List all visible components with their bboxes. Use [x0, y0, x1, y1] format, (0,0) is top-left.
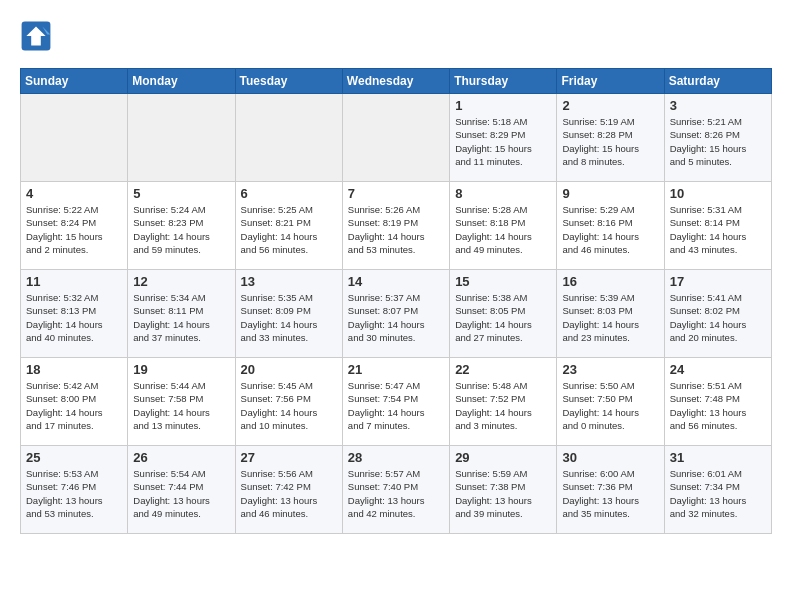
day-info: Sunrise: 5:34 AM Sunset: 8:11 PM Dayligh…	[133, 291, 229, 344]
day-number: 15	[455, 274, 551, 289]
day-info: Sunrise: 5:22 AM Sunset: 8:24 PM Dayligh…	[26, 203, 122, 256]
day-info: Sunrise: 5:32 AM Sunset: 8:13 PM Dayligh…	[26, 291, 122, 344]
calendar-table: SundayMondayTuesdayWednesdayThursdayFrid…	[20, 68, 772, 534]
calendar-cell: 25Sunrise: 5:53 AM Sunset: 7:46 PM Dayli…	[21, 446, 128, 534]
calendar-cell: 10Sunrise: 5:31 AM Sunset: 8:14 PM Dayli…	[664, 182, 771, 270]
page-header	[20, 20, 772, 52]
calendar-cell: 14Sunrise: 5:37 AM Sunset: 8:07 PM Dayli…	[342, 270, 449, 358]
day-info: Sunrise: 5:51 AM Sunset: 7:48 PM Dayligh…	[670, 379, 766, 432]
weekday-header-sunday: Sunday	[21, 69, 128, 94]
weekday-header-monday: Monday	[128, 69, 235, 94]
day-info: Sunrise: 5:29 AM Sunset: 8:16 PM Dayligh…	[562, 203, 658, 256]
logo-icon	[20, 20, 52, 52]
day-info: Sunrise: 5:44 AM Sunset: 7:58 PM Dayligh…	[133, 379, 229, 432]
calendar-cell: 31Sunrise: 6:01 AM Sunset: 7:34 PM Dayli…	[664, 446, 771, 534]
day-number: 16	[562, 274, 658, 289]
weekday-header-row: SundayMondayTuesdayWednesdayThursdayFrid…	[21, 69, 772, 94]
weekday-header-friday: Friday	[557, 69, 664, 94]
weekday-header-wednesday: Wednesday	[342, 69, 449, 94]
day-info: Sunrise: 5:57 AM Sunset: 7:40 PM Dayligh…	[348, 467, 444, 520]
day-info: Sunrise: 5:48 AM Sunset: 7:52 PM Dayligh…	[455, 379, 551, 432]
weekday-header-saturday: Saturday	[664, 69, 771, 94]
calendar-week-5: 25Sunrise: 5:53 AM Sunset: 7:46 PM Dayli…	[21, 446, 772, 534]
day-number: 8	[455, 186, 551, 201]
day-number: 7	[348, 186, 444, 201]
calendar-cell: 12Sunrise: 5:34 AM Sunset: 8:11 PM Dayli…	[128, 270, 235, 358]
weekday-header-thursday: Thursday	[450, 69, 557, 94]
day-info: Sunrise: 5:25 AM Sunset: 8:21 PM Dayligh…	[241, 203, 337, 256]
day-info: Sunrise: 5:31 AM Sunset: 8:14 PM Dayligh…	[670, 203, 766, 256]
day-number: 21	[348, 362, 444, 377]
day-info: Sunrise: 5:59 AM Sunset: 7:38 PM Dayligh…	[455, 467, 551, 520]
day-info: Sunrise: 5:21 AM Sunset: 8:26 PM Dayligh…	[670, 115, 766, 168]
calendar-cell: 17Sunrise: 5:41 AM Sunset: 8:02 PM Dayli…	[664, 270, 771, 358]
calendar-cell: 22Sunrise: 5:48 AM Sunset: 7:52 PM Dayli…	[450, 358, 557, 446]
day-number: 18	[26, 362, 122, 377]
day-info: Sunrise: 5:37 AM Sunset: 8:07 PM Dayligh…	[348, 291, 444, 344]
day-info: Sunrise: 5:26 AM Sunset: 8:19 PM Dayligh…	[348, 203, 444, 256]
day-number: 2	[562, 98, 658, 113]
day-info: Sunrise: 5:24 AM Sunset: 8:23 PM Dayligh…	[133, 203, 229, 256]
calendar-cell: 30Sunrise: 6:00 AM Sunset: 7:36 PM Dayli…	[557, 446, 664, 534]
day-info: Sunrise: 5:45 AM Sunset: 7:56 PM Dayligh…	[241, 379, 337, 432]
day-number: 3	[670, 98, 766, 113]
logo	[20, 20, 58, 52]
calendar-cell	[235, 94, 342, 182]
day-number: 12	[133, 274, 229, 289]
day-info: Sunrise: 5:19 AM Sunset: 8:28 PM Dayligh…	[562, 115, 658, 168]
day-number: 24	[670, 362, 766, 377]
day-number: 25	[26, 450, 122, 465]
day-number: 1	[455, 98, 551, 113]
day-info: Sunrise: 6:01 AM Sunset: 7:34 PM Dayligh…	[670, 467, 766, 520]
day-info: Sunrise: 5:35 AM Sunset: 8:09 PM Dayligh…	[241, 291, 337, 344]
calendar-cell: 23Sunrise: 5:50 AM Sunset: 7:50 PM Dayli…	[557, 358, 664, 446]
calendar-cell: 4Sunrise: 5:22 AM Sunset: 8:24 PM Daylig…	[21, 182, 128, 270]
calendar-cell	[128, 94, 235, 182]
day-info: Sunrise: 6:00 AM Sunset: 7:36 PM Dayligh…	[562, 467, 658, 520]
calendar-cell: 11Sunrise: 5:32 AM Sunset: 8:13 PM Dayli…	[21, 270, 128, 358]
day-number: 29	[455, 450, 551, 465]
day-number: 11	[26, 274, 122, 289]
day-info: Sunrise: 5:50 AM Sunset: 7:50 PM Dayligh…	[562, 379, 658, 432]
calendar-cell: 5Sunrise: 5:24 AM Sunset: 8:23 PM Daylig…	[128, 182, 235, 270]
day-info: Sunrise: 5:38 AM Sunset: 8:05 PM Dayligh…	[455, 291, 551, 344]
day-info: Sunrise: 5:39 AM Sunset: 8:03 PM Dayligh…	[562, 291, 658, 344]
calendar-cell: 3Sunrise: 5:21 AM Sunset: 8:26 PM Daylig…	[664, 94, 771, 182]
calendar-cell: 15Sunrise: 5:38 AM Sunset: 8:05 PM Dayli…	[450, 270, 557, 358]
day-number: 23	[562, 362, 658, 377]
calendar-cell: 8Sunrise: 5:28 AM Sunset: 8:18 PM Daylig…	[450, 182, 557, 270]
calendar-cell: 27Sunrise: 5:56 AM Sunset: 7:42 PM Dayli…	[235, 446, 342, 534]
day-number: 27	[241, 450, 337, 465]
calendar-cell: 21Sunrise: 5:47 AM Sunset: 7:54 PM Dayli…	[342, 358, 449, 446]
day-number: 13	[241, 274, 337, 289]
day-info: Sunrise: 5:18 AM Sunset: 8:29 PM Dayligh…	[455, 115, 551, 168]
calendar-cell: 1Sunrise: 5:18 AM Sunset: 8:29 PM Daylig…	[450, 94, 557, 182]
calendar-cell: 16Sunrise: 5:39 AM Sunset: 8:03 PM Dayli…	[557, 270, 664, 358]
calendar-cell: 6Sunrise: 5:25 AM Sunset: 8:21 PM Daylig…	[235, 182, 342, 270]
day-number: 28	[348, 450, 444, 465]
day-number: 19	[133, 362, 229, 377]
calendar-cell: 7Sunrise: 5:26 AM Sunset: 8:19 PM Daylig…	[342, 182, 449, 270]
day-number: 22	[455, 362, 551, 377]
calendar-cell: 20Sunrise: 5:45 AM Sunset: 7:56 PM Dayli…	[235, 358, 342, 446]
day-number: 14	[348, 274, 444, 289]
day-info: Sunrise: 5:54 AM Sunset: 7:44 PM Dayligh…	[133, 467, 229, 520]
day-info: Sunrise: 5:56 AM Sunset: 7:42 PM Dayligh…	[241, 467, 337, 520]
calendar-week-2: 4Sunrise: 5:22 AM Sunset: 8:24 PM Daylig…	[21, 182, 772, 270]
calendar-week-3: 11Sunrise: 5:32 AM Sunset: 8:13 PM Dayli…	[21, 270, 772, 358]
calendar-cell: 26Sunrise: 5:54 AM Sunset: 7:44 PM Dayli…	[128, 446, 235, 534]
day-number: 4	[26, 186, 122, 201]
day-number: 26	[133, 450, 229, 465]
calendar-cell: 2Sunrise: 5:19 AM Sunset: 8:28 PM Daylig…	[557, 94, 664, 182]
day-info: Sunrise: 5:42 AM Sunset: 8:00 PM Dayligh…	[26, 379, 122, 432]
calendar-cell	[21, 94, 128, 182]
day-number: 5	[133, 186, 229, 201]
calendar-cell	[342, 94, 449, 182]
calendar-cell: 9Sunrise: 5:29 AM Sunset: 8:16 PM Daylig…	[557, 182, 664, 270]
day-info: Sunrise: 5:53 AM Sunset: 7:46 PM Dayligh…	[26, 467, 122, 520]
day-info: Sunrise: 5:47 AM Sunset: 7:54 PM Dayligh…	[348, 379, 444, 432]
day-number: 9	[562, 186, 658, 201]
calendar-week-1: 1Sunrise: 5:18 AM Sunset: 8:29 PM Daylig…	[21, 94, 772, 182]
day-number: 6	[241, 186, 337, 201]
day-info: Sunrise: 5:28 AM Sunset: 8:18 PM Dayligh…	[455, 203, 551, 256]
